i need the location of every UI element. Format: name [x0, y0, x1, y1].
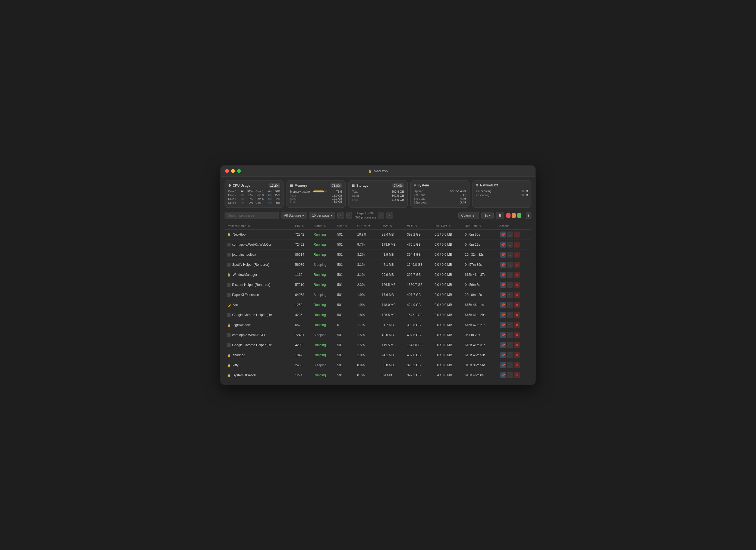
- core-bar-container-0: [241, 190, 244, 192]
- kill-button-1[interactable]: ✕: [514, 241, 520, 247]
- pin-button-5[interactable]: 📌: [500, 282, 506, 288]
- proc-pid-10: 72401: [293, 330, 311, 340]
- info-button[interactable]: i: [526, 212, 531, 219]
- pin-button-11[interactable]: 📌: [500, 342, 506, 348]
- kill-button-2[interactable]: ✕: [514, 251, 520, 257]
- info-button-4[interactable]: ℹ: [507, 272, 513, 278]
- kill-button-13[interactable]: ✕: [514, 362, 520, 368]
- pin-button-3[interactable]: 📌: [500, 262, 506, 268]
- col-disk[interactable]: Disk R/W ⇅: [432, 222, 463, 229]
- proc-ram-10: 40.8 MB: [379, 330, 405, 340]
- kill-button-3[interactable]: ✕: [514, 262, 520, 268]
- col-pid[interactable]: PID ⇅: [293, 222, 311, 229]
- info-button-7[interactable]: ℹ: [507, 302, 513, 308]
- info-button-10[interactable]: ℹ: [507, 332, 513, 338]
- pin-button-4[interactable]: 📌: [500, 272, 506, 278]
- kill-button-6[interactable]: ✕: [514, 292, 520, 298]
- table-row: 🌙Arc 1258 Running 501 1.9% 148.0 MB 424.…: [225, 300, 531, 310]
- kill-button-5[interactable]: ✕: [514, 282, 520, 288]
- proc-status-14: Running: [311, 370, 335, 381]
- prev-page-button[interactable]: ‹: [346, 212, 352, 219]
- table-row: Google Chrome Helper (Re 4235 Running 50…: [225, 310, 531, 320]
- proc-runtime-4: 615h 46m 37s: [463, 270, 497, 280]
- pin-button-7[interactable]: 📌: [500, 302, 506, 308]
- info-button-14[interactable]: ℹ: [507, 372, 513, 378]
- storage-title: ⊟ Storage: [352, 184, 368, 187]
- network-card: ⇅ Network I/O ↓Receiving0.0 B↑Sending0.0…: [472, 180, 531, 207]
- storage-row-0: Total460.4 GB: [352, 190, 404, 193]
- kill-button-4[interactable]: ✕: [514, 272, 520, 278]
- interval-button[interactable]: 1s ▾: [481, 212, 494, 219]
- info-button-6[interactable]: ℹ: [507, 292, 513, 298]
- col-ram[interactable]: RAM ⇅: [379, 222, 405, 229]
- table-row: Discord Helper (Renderer) 57210 Running …: [225, 280, 531, 290]
- search-input[interactable]: [225, 212, 279, 219]
- net-dir-0: ↓Receiving: [476, 189, 492, 193]
- proc-user-8: 501: [335, 310, 355, 320]
- pin-button-10[interactable]: 📌: [500, 332, 506, 338]
- memory-used-val: 12.1 GB: [332, 197, 342, 200]
- pin-button-8[interactable]: 📌: [500, 312, 506, 318]
- proc-user-1: 501: [335, 240, 355, 250]
- per-page-button[interactable]: 15 per page ▾: [309, 212, 335, 219]
- col-process-name[interactable]: Process Name ⇅: [225, 222, 293, 229]
- pin-button-14[interactable]: 📌: [500, 372, 506, 378]
- info-button-2[interactable]: ℹ: [507, 251, 513, 257]
- titlebar: 🔒 NeoHtop: [221, 166, 535, 177]
- color-dot-green[interactable]: [517, 213, 521, 218]
- proc-icon-14: 🔒: [227, 373, 231, 378]
- network-icon: ⇅: [476, 183, 478, 187]
- pin-button-12[interactable]: 📌: [500, 352, 506, 358]
- col-status[interactable]: Status ⇅: [311, 222, 335, 229]
- core-pct-0: 51%: [246, 190, 253, 193]
- pin-button-9[interactable]: 📌: [500, 322, 506, 328]
- chevron-right-icon-2[interactable]: ›: [522, 213, 524, 217]
- info-button-5[interactable]: ℹ: [507, 282, 513, 288]
- col-cpu[interactable]: CPU % ▼: [355, 222, 380, 229]
- kill-button-9[interactable]: ✕: [514, 322, 520, 328]
- kill-button-8[interactable]: ✕: [514, 312, 520, 318]
- color-dot-red[interactable]: [506, 213, 511, 218]
- proc-pid-3: 56079: [293, 260, 311, 270]
- table-row: 🔒kitty 2466 Sleeping 501 0.9% 38.8 MB 39…: [225, 360, 531, 370]
- color-dot-orange[interactable]: [512, 213, 516, 218]
- proc-status-0: Running: [311, 229, 335, 240]
- pin-button-6[interactable]: 📌: [500, 292, 506, 298]
- info-button-9[interactable]: ℹ: [507, 322, 513, 328]
- kill-button-7[interactable]: ✕: [514, 302, 520, 308]
- pin-button-2[interactable]: 📌: [500, 251, 506, 257]
- columns-button[interactable]: Columns ›: [458, 212, 479, 219]
- proc-user-7: 501: [335, 300, 355, 310]
- storage-row-2: Free118.0 GB: [352, 198, 404, 201]
- info-button-1[interactable]: ℹ: [507, 241, 513, 247]
- proc-name-9: loginwindow: [233, 323, 250, 327]
- proc-status-3: Sleeping: [311, 260, 335, 270]
- first-page-button[interactable]: «: [337, 212, 344, 219]
- kill-button-11[interactable]: ✕: [514, 342, 520, 348]
- kill-button-10[interactable]: ✕: [514, 332, 520, 338]
- status-filter-button[interactable]: All Statuses ▾: [281, 212, 307, 219]
- pin-button-1[interactable]: 📌: [500, 241, 506, 247]
- info-button-12[interactable]: ℹ: [507, 352, 513, 358]
- kill-button-14[interactable]: ✕: [514, 372, 520, 378]
- proc-runtime-1: 0h 0m 29s: [463, 240, 497, 250]
- pin-button-0[interactable]: 📌: [500, 231, 506, 237]
- info-button-8[interactable]: ℹ: [507, 312, 513, 318]
- last-page-button[interactable]: »: [386, 212, 393, 219]
- maximize-button[interactable]: [237, 169, 241, 173]
- close-button[interactable]: [225, 169, 229, 173]
- next-page-button[interactable]: ›: [378, 212, 384, 219]
- kill-button-12[interactable]: ✕: [514, 352, 520, 358]
- info-button-11[interactable]: ℹ: [507, 342, 513, 348]
- kill-button-0[interactable]: ✕: [514, 231, 520, 237]
- pause-button[interactable]: ⏸: [496, 212, 504, 219]
- info-button-0[interactable]: ℹ: [507, 231, 513, 237]
- info-button-3[interactable]: ℹ: [507, 262, 513, 268]
- col-user[interactable]: User ⇅: [335, 222, 355, 229]
- col-runtime[interactable]: Run Time ⇅: [463, 222, 497, 229]
- minimize-button[interactable]: [231, 169, 235, 173]
- pin-button-13[interactable]: 📌: [500, 362, 506, 368]
- col-virt[interactable]: VIRT ⇅: [405, 222, 432, 229]
- info-button-13[interactable]: ℹ: [507, 362, 513, 368]
- proc-virt-3: 1549.0 GB: [405, 260, 432, 270]
